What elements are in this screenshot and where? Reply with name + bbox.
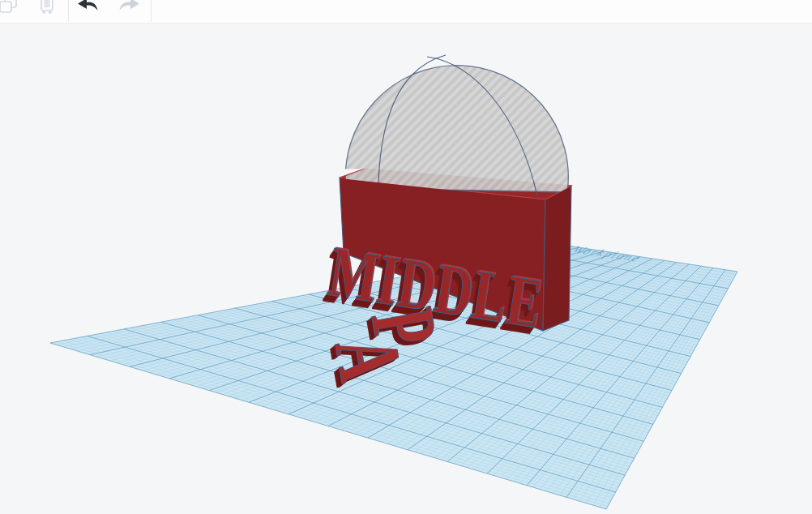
toolbar-separator <box>68 0 69 22</box>
trash-icon <box>36 0 58 21</box>
undo-button[interactable] <box>77 0 98 23</box>
redo-button[interactable] <box>118 0 139 23</box>
copy-button[interactable] <box>0 0 19 23</box>
toolbar-separator <box>151 0 152 22</box>
duplicate-icon <box>0 0 19 21</box>
hole-hemisphere[interactable] <box>345 55 568 196</box>
toolbar <box>0 0 812 24</box>
delete-button[interactable] <box>36 0 58 23</box>
redo-arrow-icon <box>118 0 140 15</box>
red-box-right-face[interactable] <box>543 186 571 331</box>
undo-arrow-icon <box>77 0 100 15</box>
3d-viewport[interactable]: Workplane MIDDLE A P <box>0 0 812 514</box>
